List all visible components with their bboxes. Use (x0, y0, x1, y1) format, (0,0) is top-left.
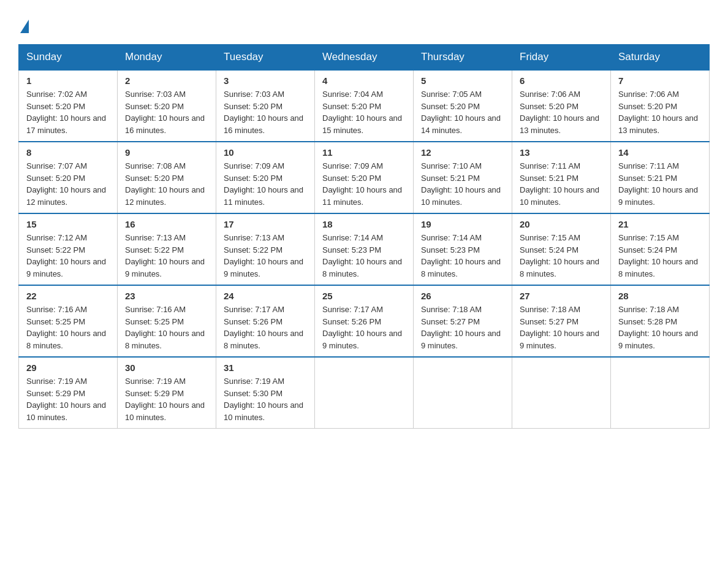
day-info: Sunrise: 7:15 AMSunset: 5:24 PMDaylight:… (520, 232, 603, 280)
day-info: Sunrise: 7:18 AMSunset: 5:27 PMDaylight:… (421, 304, 504, 351)
calendar-week-row: 1Sunrise: 7:02 AMSunset: 5:20 PMDaylight… (19, 70, 710, 142)
calendar-cell: 8Sunrise: 7:07 AMSunset: 5:20 PMDaylight… (19, 142, 118, 213)
day-info: Sunrise: 7:11 AMSunset: 5:21 PMDaylight:… (520, 160, 603, 208)
calendar-cell: 10Sunrise: 7:09 AMSunset: 5:20 PMDayligh… (216, 142, 315, 213)
day-number: 25 (322, 291, 406, 301)
logo-triangle-icon (20, 20, 29, 33)
day-number: 13 (520, 147, 603, 158)
calendar-cell: 31Sunrise: 7:19 AMSunset: 5:30 PMDayligh… (216, 357, 315, 429)
day-number: 8 (26, 147, 110, 158)
calendar-cell (414, 357, 512, 429)
day-number: 6 (520, 75, 603, 86)
calendar-cell (315, 357, 414, 429)
calendar-cell: 9Sunrise: 7:08 AMSunset: 5:20 PMDaylight… (118, 142, 216, 213)
day-number: 22 (26, 291, 110, 301)
day-number: 17 (224, 219, 307, 229)
day-number: 31 (224, 362, 307, 373)
calendar-cell: 4Sunrise: 7:04 AMSunset: 5:20 PMDaylight… (315, 70, 414, 142)
day-info: Sunrise: 7:14 AMSunset: 5:23 PMDaylight:… (421, 232, 504, 280)
calendar-cell: 12Sunrise: 7:10 AMSunset: 5:21 PMDayligh… (414, 142, 512, 213)
day-number: 18 (322, 219, 406, 229)
day-info: Sunrise: 7:19 AMSunset: 5:29 PMDaylight:… (26, 375, 110, 423)
calendar-cell (512, 357, 611, 429)
calendar-week-row: 8Sunrise: 7:07 AMSunset: 5:20 PMDaylight… (19, 142, 710, 213)
calendar-cell: 13Sunrise: 7:11 AMSunset: 5:21 PMDayligh… (512, 142, 611, 213)
logo (18, 18, 29, 32)
day-number: 9 (125, 147, 208, 158)
calendar-week-row: 29Sunrise: 7:19 AMSunset: 5:29 PMDayligh… (19, 357, 710, 429)
calendar-body: 1Sunrise: 7:02 AMSunset: 5:20 PMDaylight… (19, 70, 710, 429)
day-info: Sunrise: 7:16 AMSunset: 5:25 PMDaylight:… (26, 304, 110, 351)
calendar-cell: 15Sunrise: 7:12 AMSunset: 5:22 PMDayligh… (19, 213, 118, 285)
calendar-header-row: SundayMondayTuesdayWednesdayThursdayFrid… (19, 45, 710, 71)
day-info: Sunrise: 7:13 AMSunset: 5:22 PMDaylight:… (125, 232, 208, 280)
day-number: 10 (224, 147, 307, 158)
day-number: 28 (618, 291, 702, 301)
calendar-cell: 2Sunrise: 7:03 AMSunset: 5:20 PMDaylight… (118, 70, 216, 142)
day-info: Sunrise: 7:11 AMSunset: 5:21 PMDaylight:… (618, 160, 702, 208)
calendar-cell: 24Sunrise: 7:17 AMSunset: 5:26 PMDayligh… (216, 285, 315, 357)
calendar-cell: 1Sunrise: 7:02 AMSunset: 5:20 PMDaylight… (19, 70, 118, 142)
day-number: 20 (520, 219, 603, 229)
day-info: Sunrise: 7:16 AMSunset: 5:25 PMDaylight:… (125, 304, 208, 351)
day-info: Sunrise: 7:03 AMSunset: 5:20 PMDaylight:… (224, 88, 307, 136)
day-info: Sunrise: 7:17 AMSunset: 5:26 PMDaylight:… (224, 304, 307, 351)
calendar-cell: 6Sunrise: 7:06 AMSunset: 5:20 PMDaylight… (512, 70, 611, 142)
day-info: Sunrise: 7:06 AMSunset: 5:20 PMDaylight:… (520, 88, 603, 136)
day-info: Sunrise: 7:10 AMSunset: 5:21 PMDaylight:… (421, 160, 504, 208)
calendar-cell: 27Sunrise: 7:18 AMSunset: 5:27 PMDayligh… (512, 285, 611, 357)
day-number: 21 (618, 219, 702, 229)
day-number: 1 (26, 75, 110, 86)
day-info: Sunrise: 7:04 AMSunset: 5:20 PMDaylight:… (322, 88, 406, 136)
day-number: 11 (322, 147, 406, 158)
day-info: Sunrise: 7:08 AMSunset: 5:20 PMDaylight:… (125, 160, 208, 208)
day-number: 30 (125, 362, 208, 373)
day-info: Sunrise: 7:19 AMSunset: 5:29 PMDaylight:… (125, 375, 208, 423)
day-info: Sunrise: 7:17 AMSunset: 5:26 PMDaylight:… (322, 304, 406, 351)
calendar-week-row: 15Sunrise: 7:12 AMSunset: 5:22 PMDayligh… (19, 213, 710, 285)
calendar-cell: 17Sunrise: 7:13 AMSunset: 5:22 PMDayligh… (216, 213, 315, 285)
calendar-header-thursday: Thursday (414, 45, 512, 71)
calendar-cell: 18Sunrise: 7:14 AMSunset: 5:23 PMDayligh… (315, 213, 414, 285)
calendar-header-saturday: Saturday (611, 45, 710, 71)
calendar-header-sunday: Sunday (19, 45, 118, 71)
day-info: Sunrise: 7:07 AMSunset: 5:20 PMDaylight:… (26, 160, 110, 208)
day-number: 12 (421, 147, 504, 158)
day-info: Sunrise: 7:09 AMSunset: 5:20 PMDaylight:… (224, 160, 307, 208)
calendar-header-tuesday: Tuesday (216, 45, 315, 71)
calendar-cell: 14Sunrise: 7:11 AMSunset: 5:21 PMDayligh… (611, 142, 710, 213)
day-number: 29 (26, 362, 110, 373)
calendar-cell: 28Sunrise: 7:18 AMSunset: 5:28 PMDayligh… (611, 285, 710, 357)
calendar-week-row: 22Sunrise: 7:16 AMSunset: 5:25 PMDayligh… (19, 285, 710, 357)
calendar-cell: 3Sunrise: 7:03 AMSunset: 5:20 PMDaylight… (216, 70, 315, 142)
calendar-table: SundayMondayTuesdayWednesdayThursdayFrid… (18, 44, 710, 429)
day-info: Sunrise: 7:18 AMSunset: 5:27 PMDaylight:… (520, 304, 603, 351)
calendar-cell: 23Sunrise: 7:16 AMSunset: 5:25 PMDayligh… (118, 285, 216, 357)
calendar-cell: 30Sunrise: 7:19 AMSunset: 5:29 PMDayligh… (118, 357, 216, 429)
day-info: Sunrise: 7:18 AMSunset: 5:28 PMDaylight:… (618, 304, 702, 351)
calendar-cell: 7Sunrise: 7:06 AMSunset: 5:20 PMDaylight… (611, 70, 710, 142)
calendar-cell (611, 357, 710, 429)
calendar-cell: 20Sunrise: 7:15 AMSunset: 5:24 PMDayligh… (512, 213, 611, 285)
day-number: 2 (125, 75, 208, 86)
calendar-cell: 21Sunrise: 7:15 AMSunset: 5:24 PMDayligh… (611, 213, 710, 285)
day-number: 27 (520, 291, 603, 301)
calendar-header-wednesday: Wednesday (315, 45, 414, 71)
calendar-header-friday: Friday (512, 45, 611, 71)
day-number: 3 (224, 75, 307, 86)
day-number: 15 (26, 219, 110, 229)
calendar-cell: 22Sunrise: 7:16 AMSunset: 5:25 PMDayligh… (19, 285, 118, 357)
calendar-cell: 25Sunrise: 7:17 AMSunset: 5:26 PMDayligh… (315, 285, 414, 357)
day-number: 5 (421, 75, 504, 86)
calendar-cell: 16Sunrise: 7:13 AMSunset: 5:22 PMDayligh… (118, 213, 216, 285)
day-number: 24 (224, 291, 307, 301)
day-number: 23 (125, 291, 208, 301)
page-header (18, 18, 710, 32)
day-info: Sunrise: 7:15 AMSunset: 5:24 PMDaylight:… (618, 232, 702, 280)
day-number: 19 (421, 219, 504, 229)
day-number: 4 (322, 75, 406, 86)
day-number: 7 (618, 75, 702, 86)
calendar-header-monday: Monday (118, 45, 216, 71)
day-info: Sunrise: 7:12 AMSunset: 5:22 PMDaylight:… (26, 232, 110, 280)
day-number: 14 (618, 147, 702, 158)
